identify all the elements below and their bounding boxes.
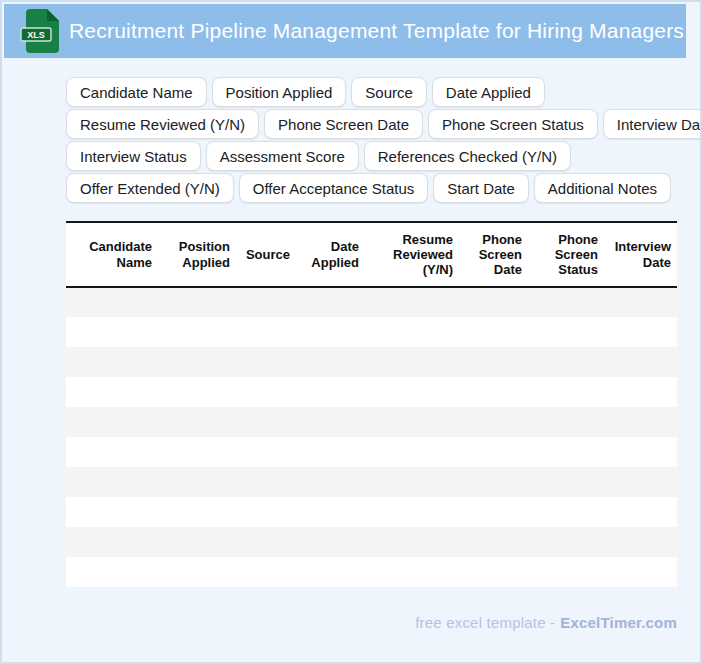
empty-cell — [66, 497, 677, 527]
chip-candidate-name[interactable]: Candidate Name — [66, 77, 207, 107]
empty-cell — [66, 287, 677, 317]
empty-cell — [66, 437, 677, 467]
chip-interview-date[interactable]: Interview Date — [603, 109, 702, 139]
xls-file-icon: XLS — [20, 8, 60, 54]
col-header-source: Source — [236, 222, 296, 287]
table-row — [66, 377, 677, 407]
col-header-position-applied: Position Applied — [158, 222, 236, 287]
footer-credit: free excel template -ExcelTimer.com — [415, 614, 677, 631]
table-row — [66, 317, 677, 347]
chip-position-applied[interactable]: Position Applied — [212, 77, 347, 107]
table-row — [66, 527, 677, 557]
chip-interview-status[interactable]: Interview Status — [66, 141, 201, 171]
chip-offer-acceptance[interactable]: Offer Acceptance Status — [239, 173, 428, 203]
field-chip-list: Candidate Name Position Applied Source D… — [66, 77, 696, 205]
chip-row: Interview Status Assessment Score Refere… — [66, 141, 696, 171]
titlebar: XLS Recruitment Pipeline Management Temp… — [4, 4, 686, 58]
chip-row: Candidate Name Position Applied Source D… — [66, 77, 696, 107]
chip-additional-notes[interactable]: Additional Notes — [534, 173, 671, 203]
chip-phone-screen-date[interactable]: Phone Screen Date — [264, 109, 423, 139]
empty-cell — [66, 467, 677, 497]
chip-row: Resume Reviewed (Y/N) Phone Screen Date … — [66, 109, 696, 139]
page-title: Recruitment Pipeline Management Template… — [69, 19, 684, 43]
pipeline-table: Candidate Name Position Applied Source D… — [66, 221, 677, 587]
empty-cell — [66, 317, 677, 347]
chip-phone-screen-status[interactable]: Phone Screen Status — [428, 109, 598, 139]
col-header-phone-screen-date: Phone Screen Date — [459, 222, 528, 287]
table-row — [66, 557, 677, 587]
empty-cell — [66, 377, 677, 407]
empty-cell — [66, 557, 677, 587]
page: XLS Recruitment Pipeline Management Temp… — [0, 0, 702, 664]
col-header-phone-screen-status: Phone Screen Status — [528, 222, 604, 287]
table-row — [66, 347, 677, 377]
table-row — [66, 467, 677, 497]
table-row — [66, 437, 677, 467]
col-header-date-applied: Date Applied — [296, 222, 365, 287]
col-header-candidate-name: Candidate Name — [66, 222, 158, 287]
col-header-interview-date: Interview Date — [604, 222, 677, 287]
col-header-resume-reviewed: Resume Reviewed (Y/N) — [365, 222, 459, 287]
chip-references-checked[interactable]: References Checked (Y/N) — [364, 141, 571, 171]
empty-cell — [66, 407, 677, 437]
table-row — [66, 287, 677, 317]
table-row — [66, 497, 677, 527]
empty-cell — [66, 527, 677, 557]
table-body — [66, 287, 677, 587]
chip-assessment-score[interactable]: Assessment Score — [206, 141, 359, 171]
chip-row: Offer Extended (Y/N) Offer Acceptance St… — [66, 173, 696, 203]
chip-offer-extended[interactable]: Offer Extended (Y/N) — [66, 173, 234, 203]
chip-start-date[interactable]: Start Date — [433, 173, 529, 203]
footer-credit-text: free excel template - — [415, 614, 555, 631]
spreadsheet-preview: Candidate Name Position Applied Source D… — [66, 221, 677, 587]
chip-date-applied[interactable]: Date Applied — [432, 77, 545, 107]
table-header-row: Candidate Name Position Applied Source D… — [66, 222, 677, 287]
chip-resume-reviewed[interactable]: Resume Reviewed (Y/N) — [66, 109, 259, 139]
empty-cell — [66, 347, 677, 377]
chip-source[interactable]: Source — [351, 77, 427, 107]
brand-link[interactable]: ExcelTimer.com — [560, 614, 677, 631]
table-row — [66, 407, 677, 437]
svg-text:XLS: XLS — [27, 30, 45, 40]
